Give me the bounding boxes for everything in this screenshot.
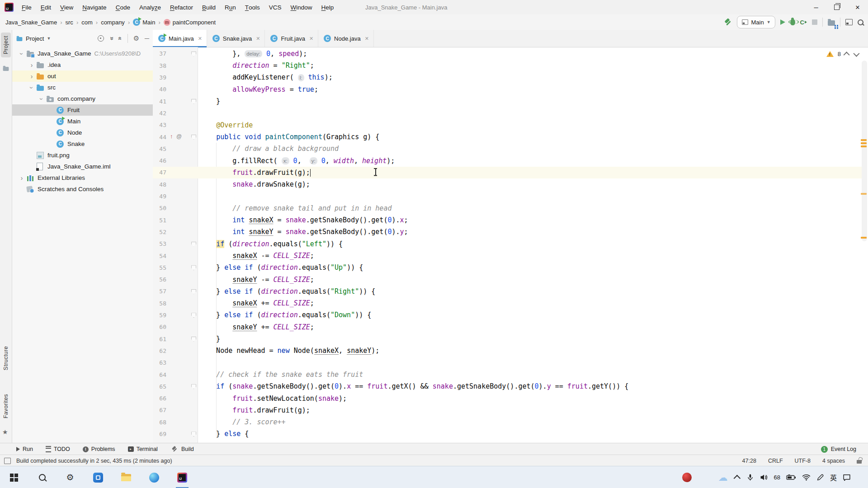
code-line[interactable]: 68 // 3. score++ <box>153 416 862 428</box>
toolwindow-button-todo[interactable]: TODO <box>39 443 76 455</box>
line-number[interactable]: 68 <box>153 419 166 426</box>
code-line[interactable]: 38 direction = "Right"; <box>153 60 862 71</box>
warning-stripe-mark[interactable] <box>861 237 867 239</box>
taskbar-taskbar-search[interactable] <box>28 466 56 488</box>
code-area[interactable]: 37 }, delay: 0, speed);38 direction = "R… <box>153 47 868 443</box>
screen-record-icon[interactable] <box>682 473 692 482</box>
tray-microphone-icon[interactable] <box>746 474 754 481</box>
menu-vcs[interactable]: VCS <box>264 0 286 14</box>
code-line[interactable]: 37 }, delay: 0, speed); <box>153 48 862 60</box>
prev-warning-icon[interactable] <box>844 52 850 58</box>
line-number[interactable]: 42 <box>153 110 166 117</box>
warning-stripe-mark[interactable] <box>861 193 867 195</box>
tree-item-external-libraries[interactable]: ›External Libraries <box>12 172 153 183</box>
breadcrumb-item-company[interactable]: company <box>101 19 125 26</box>
tab-main-java[interactable]: CMain.java✕ <box>153 30 207 47</box>
code-line[interactable]: 67 fruit.drawFruit(g); <box>153 404 862 416</box>
editor-scrollbar[interactable] <box>862 61 867 241</box>
tree-item-com-company[interactable]: ›com.company <box>12 93 153 104</box>
ime-indicator[interactable]: 英 <box>830 473 837 482</box>
tree-item-src[interactable]: ›src <box>12 82 153 93</box>
menu-code[interactable]: Code <box>111 0 135 14</box>
line-number[interactable]: 69 <box>153 431 166 437</box>
code-line[interactable]: 46 g.fillRect( x: 0, y: 0, width, height… <box>153 155 862 167</box>
toolwindow-toggle-icon[interactable] <box>4 458 11 464</box>
tree-item--idea[interactable]: ›.idea <box>12 59 153 70</box>
line-number[interactable]: 65 <box>153 383 166 390</box>
onedrive-cloud-icon[interactable]: ☁ <box>718 473 728 482</box>
code-line[interactable]: 65 if (snake.getSnakeBody().get(0).x == … <box>153 380 862 392</box>
tree-chevron-icon[interactable]: › <box>19 49 25 59</box>
tree-item-fruit-png[interactable]: fruit.png <box>12 150 153 161</box>
code-line[interactable]: 61 } <box>153 333 862 345</box>
stripe-item-structure[interactable]: Structure <box>1 346 11 370</box>
breadcrumb-item-java_snake_game[interactable]: Java_Snake_Game <box>5 19 57 26</box>
line-number[interactable]: 40 <box>153 86 166 93</box>
line-number[interactable]: 61 <box>153 336 166 343</box>
code-line[interactable]: 47 fruit.drawFruit(g); <box>153 167 862 178</box>
fold-marker-icon[interactable] <box>191 384 196 389</box>
breadcrumb-item-main[interactable]: CMain <box>133 19 155 26</box>
inspections-widget[interactable]: 8 <box>826 51 858 57</box>
caret-position[interactable]: 47:28 <box>742 458 756 464</box>
project-structure-icon[interactable] <box>828 20 835 26</box>
line-number[interactable]: 46 <box>153 157 166 164</box>
line-number[interactable]: 39 <box>153 74 166 81</box>
stripe-item-project[interactable]: Project <box>1 33 11 57</box>
line-number[interactable]: 59 <box>153 312 166 319</box>
breadcrumb-item-paintcomponent[interactable]: mpaintComponent <box>164 19 216 26</box>
line-number[interactable]: 38 <box>153 62 166 69</box>
tray-notifications-icon[interactable] <box>843 474 851 481</box>
code-line[interactable]: 64 // check if the snake eats the fruit <box>153 369 862 380</box>
menu-refactor[interactable]: Refactor <box>165 0 198 14</box>
tree-item-main[interactable]: CMain <box>12 116 153 127</box>
code-line[interactable]: 62 Node newHead = new Node(snakeX, snake… <box>153 345 862 357</box>
tab-close-icon[interactable]: ✕ <box>198 36 202 42</box>
tree-chevron-icon[interactable]: › <box>27 62 37 68</box>
code-line[interactable]: 43 @Override <box>153 119 862 131</box>
menu-tools[interactable]: Tools <box>241 0 264 14</box>
code-line[interactable]: 66 fruit.setNewLocation(snake); <box>153 393 862 404</box>
line-number[interactable]: 52 <box>153 229 166 235</box>
line-number[interactable]: 60 <box>153 324 166 330</box>
code-line[interactable]: 41 } <box>153 95 862 107</box>
tree-item-node[interactable]: CNode <box>12 127 153 138</box>
line-number[interactable]: 58 <box>153 300 166 307</box>
select-opened-file-icon[interactable] <box>98 35 104 42</box>
menu-help[interactable]: Help <box>317 0 339 14</box>
tree-item-snake[interactable]: CSnake <box>12 138 153 150</box>
tree-chevron-icon[interactable]: › <box>27 73 37 80</box>
minimize-button[interactable]: ─ <box>806 0 826 14</box>
close-button[interactable]: ✕ <box>847 0 868 14</box>
toolwindow-button-run[interactable]: Run <box>10 443 39 455</box>
line-number[interactable]: 44 <box>153 134 166 141</box>
favorites-star-icon[interactable]: ★ <box>2 428 8 436</box>
toolwindow-button-problems[interactable]: !Problems <box>76 443 122 455</box>
menu-view[interactable]: View <box>56 0 78 14</box>
line-number[interactable]: 53 <box>153 240 166 247</box>
search-everywhere-icon[interactable] <box>858 19 863 25</box>
tab-close-icon[interactable]: ✕ <box>256 36 260 42</box>
fold-marker-icon[interactable] <box>191 135 196 140</box>
taskbar-settings[interactable]: ⚙ <box>56 466 84 488</box>
code-line[interactable]: 55 } else if (direction.equals("Up")) { <box>153 262 862 273</box>
tray-chevron-up-icon[interactable] <box>733 475 741 482</box>
indent-setting[interactable]: 4 spaces <box>822 458 845 464</box>
code-line[interactable]: 51 int snakeX = snake.getSnakeBody().get… <box>153 214 862 226</box>
run-configuration-select[interactable]: Main ▼ <box>737 16 775 28</box>
line-number[interactable]: 55 <box>153 264 166 271</box>
unlocked-icon[interactable] <box>857 460 862 464</box>
tree-chevron-icon[interactable]: › <box>28 83 35 93</box>
menu-file[interactable]: File <box>17 0 36 14</box>
debug-button[interactable] <box>790 19 795 25</box>
menu-run[interactable]: Run <box>220 0 241 14</box>
run-button[interactable] <box>780 19 785 25</box>
tray-speaker-icon[interactable] <box>760 474 768 481</box>
fold-marker-icon[interactable] <box>191 337 196 342</box>
code-line[interactable]: 39 addKeyListener( l: this); <box>153 71 862 83</box>
line-number[interactable]: 48 <box>153 181 166 188</box>
code-line[interactable]: 48 snake.drawSnake(g); <box>153 178 862 190</box>
taskbar-file-explorer[interactable] <box>112 466 140 488</box>
line-number[interactable]: 64 <box>153 371 166 378</box>
line-number[interactable]: 63 <box>153 359 166 366</box>
